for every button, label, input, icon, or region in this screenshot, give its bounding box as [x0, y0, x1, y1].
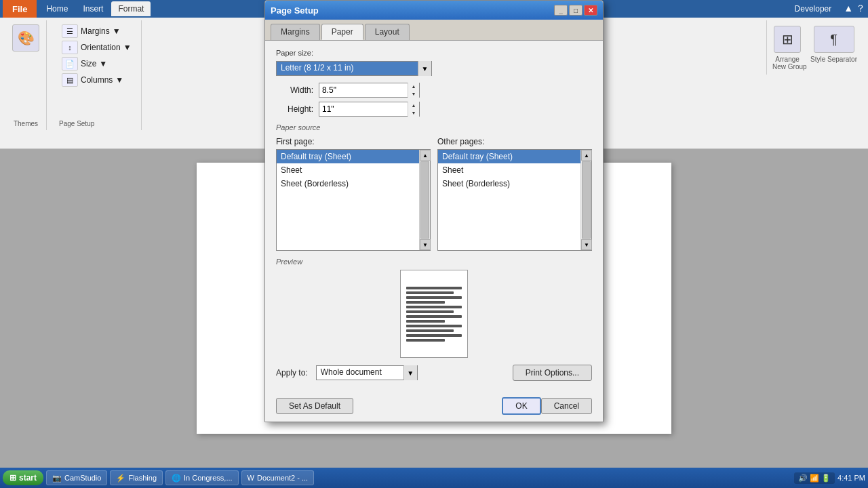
- paper-size-row: Letter (8 1/2 x 11 in) ▼: [276, 61, 592, 76]
- first-page-scroll-thumb[interactable]: [420, 161, 429, 239]
- taskbar-item-word[interactable]: W Document2 - ...: [241, 470, 315, 485]
- print-options-button[interactable]: Print Options...: [513, 365, 592, 381]
- margins-label: Margins: [81, 26, 110, 36]
- height-spin-up[interactable]: ▲: [408, 102, 419, 109]
- tray-icon-2: 📶: [810, 474, 819, 483]
- start-label: start: [19, 473, 37, 483]
- first-page-item-2[interactable]: Sheet (Borderless): [277, 177, 419, 190]
- paper-size-arrow[interactable]: ▼: [418, 61, 431, 76]
- ribbon-group-themes: 🎨 Themes: [5, 20, 47, 130]
- ribbon-tab-insert[interactable]: Insert: [76, 1, 110, 16]
- ribbon-tab-developer[interactable]: Developer: [788, 1, 839, 16]
- paper-size-label: Paper size:: [276, 49, 592, 57]
- paper-size-value[interactable]: Letter (8 1/2 x 11 in): [277, 62, 418, 75]
- arrange-label: Arrange: [775, 56, 800, 63]
- first-page-label: First page:: [276, 137, 431, 146]
- height-input[interactable]: [319, 102, 408, 116]
- maximize-button[interactable]: □: [569, 5, 583, 16]
- style-separator-icon[interactable]: ¶: [814, 26, 854, 53]
- tab-paper[interactable]: Paper: [321, 24, 363, 40]
- windows-icon: ⊞: [9, 473, 16, 483]
- set-default-button[interactable]: Set As Default: [276, 398, 353, 414]
- preview-line-5: [406, 306, 462, 308]
- preview-line-12: [406, 339, 445, 342]
- height-input-wrap: ▲ ▼: [319, 102, 420, 117]
- preview-line-1: [406, 287, 462, 289]
- other-pages-item-2[interactable]: Sheet (Borderless): [438, 177, 580, 190]
- height-spinner: ▲ ▼: [408, 102, 419, 117]
- width-input[interactable]: [319, 83, 408, 97]
- width-spin-up[interactable]: ▲: [408, 83, 419, 90]
- start-button[interactable]: ⊞ start: [3, 470, 43, 485]
- paper-size-select-wrap[interactable]: Letter (8 1/2 x 11 in) ▼: [276, 61, 432, 76]
- taskbar-item-camstudio[interactable]: 📷 CamStudio: [46, 470, 107, 485]
- apply-to-value[interactable]: Whole document: [317, 366, 403, 380]
- preview-line-10: [406, 329, 454, 332]
- width-spinner: ▲ ▼: [408, 83, 419, 98]
- taskbar-item-flashing[interactable]: ⚡ Flashing: [110, 470, 163, 485]
- height-spin-down[interactable]: ▼: [408, 109, 419, 117]
- apply-to-select-wrap: Whole document ▼: [316, 365, 418, 380]
- orientation-button[interactable]: ↕ Orientation ▼: [59, 39, 134, 56]
- preview-section: Preview: [276, 258, 592, 358]
- browser-icon: 🌐: [172, 474, 181, 483]
- ok-button[interactable]: OK: [502, 397, 540, 415]
- columns-button[interactable]: ▤ Columns ▼: [59, 72, 134, 88]
- preview-line-9: [406, 325, 462, 327]
- clock: 4:41 PM: [837, 474, 865, 482]
- first-page-scroll-down[interactable]: ▼: [420, 239, 431, 250]
- dialog-titlebar: Page Setup _ □ ✕: [265, 1, 603, 20]
- tab-layout[interactable]: Layout: [365, 24, 410, 40]
- other-pages-list-wrap: Default tray (Sheet) Sheet Sheet (Border…: [437, 149, 592, 251]
- apply-to-label: Apply to:: [276, 368, 308, 378]
- file-tab[interactable]: File: [3, 0, 37, 18]
- other-pages-scroll-up[interactable]: ▲: [581, 150, 592, 161]
- first-page-list: Default tray (Sheet) Sheet Sheet (Border…: [277, 150, 419, 250]
- size-arrow: ▼: [99, 59, 107, 68]
- height-row: Height: ▲ ▼: [276, 102, 592, 117]
- first-page-item-1[interactable]: Sheet: [277, 163, 419, 177]
- flashing-label: Flashing: [128, 474, 157, 482]
- width-label: Width:: [276, 85, 313, 95]
- minimize-button[interactable]: _: [554, 5, 568, 16]
- ribbon-tab-home[interactable]: Home: [39, 1, 75, 16]
- first-page-item-0[interactable]: Default tray (Sheet): [277, 150, 419, 163]
- apply-to-row: Apply to: Whole document ▼ Print Options…: [276, 365, 592, 381]
- other-pages-scroll-down[interactable]: ▼: [581, 239, 592, 250]
- apply-to-arrow[interactable]: ▼: [403, 365, 417, 380]
- tray-icons: 🔊 📶 🔋: [794, 472, 835, 484]
- paper-source-label: Paper source: [276, 123, 592, 131]
- margins-arrow: ▼: [113, 26, 121, 36]
- other-pages-item-0[interactable]: Default tray (Sheet): [438, 150, 580, 163]
- preview-line-3: [406, 296, 462, 299]
- dialog-title: Page Setup: [271, 5, 319, 16]
- themes-icon[interactable]: 🎨: [12, 24, 39, 52]
- first-page-col: First page: Default tray (Sheet) Sheet S…: [276, 137, 431, 251]
- cancel-button[interactable]: Cancel: [541, 398, 592, 414]
- close-button[interactable]: ✕: [584, 5, 597, 16]
- other-pages-scrollbar[interactable]: ▲ ▼: [580, 150, 591, 250]
- other-pages-list: Default tray (Sheet) Sheet Sheet (Border…: [438, 150, 580, 250]
- arrange-icon[interactable]: ⊞: [774, 26, 801, 53]
- taskbar-item-browser[interactable]: 🌐 In Congress,...: [165, 470, 239, 485]
- columns-arrow: ▼: [115, 75, 123, 85]
- new-group-label: New Group: [772, 63, 807, 70]
- other-pages-scroll-thumb[interactable]: [582, 161, 591, 239]
- ribbon-tab-format[interactable]: Format: [111, 1, 151, 16]
- tab-margins[interactable]: Margins: [271, 24, 320, 40]
- size-label: Size: [81, 59, 96, 68]
- first-page-scrollbar[interactable]: ▲ ▼: [419, 150, 430, 250]
- margins-icon: ☰: [62, 24, 78, 38]
- width-spin-down[interactable]: ▼: [408, 90, 419, 98]
- other-pages-item-1[interactable]: Sheet: [438, 163, 580, 177]
- preview-line-8: [406, 320, 445, 323]
- camstudio-label: CamStudio: [64, 474, 101, 482]
- taskbar-right: 🔊 📶 🔋 4:41 PM: [794, 472, 865, 484]
- margins-button[interactable]: ☰ Margins ▼: [59, 23, 134, 39]
- size-button[interactable]: 📄 Size ▼: [59, 56, 134, 72]
- preview-box: [400, 270, 468, 358]
- preview-line-2: [406, 291, 454, 294]
- first-page-scroll-up[interactable]: ▲: [420, 150, 431, 161]
- ribbon-group-page-setup: ☰ Margins ▼ ↕ Orientation ▼ 📄 Size ▼ ▤ C…: [52, 20, 142, 130]
- preview-line-4: [406, 301, 445, 304]
